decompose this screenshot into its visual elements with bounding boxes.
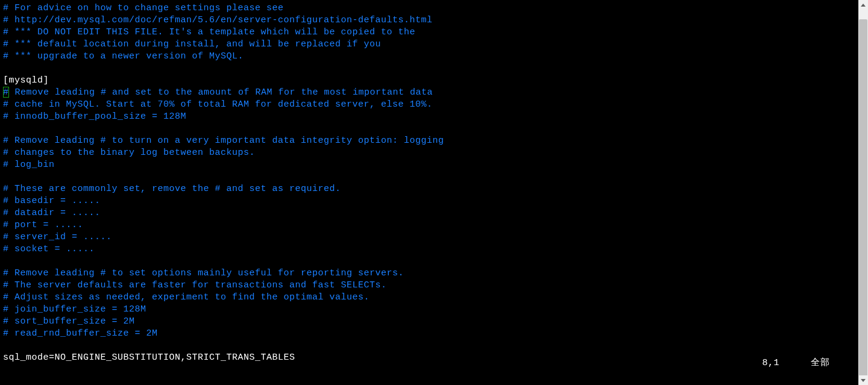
file-line (3, 171, 858, 183)
cursor-position: 8,1 (762, 357, 779, 369)
file-line: # *** DO NOT EDIT THIS FILE. It's a temp… (3, 27, 858, 39)
file-line: # port = ..... (3, 219, 858, 231)
status-bar: 8,1 全部 (0, 357, 849, 369)
editor-viewport[interactable]: # For advice on how to change settings p… (0, 0, 858, 385)
file-line: # For advice on how to change settings p… (3, 2, 858, 14)
file-line: # http://dev.mysql.com/doc/refman/5.6/en… (3, 14, 858, 27)
vertical-scrollbar[interactable] (858, 0, 868, 385)
file-line (3, 340, 858, 352)
view-extent-label: 全部 (811, 357, 829, 369)
file-line: # *** upgrade to a newer version of MySQ… (3, 51, 858, 63)
file-line (3, 63, 858, 75)
file-line: # Remove leading # and set to the amount… (3, 87, 858, 99)
file-line: # socket = ..... (3, 243, 858, 255)
file-line: # innodb_buffer_pool_size = 128M (3, 111, 858, 123)
file-line: # These are commonly set, remove the # a… (3, 183, 858, 195)
file-line: # basedir = ..... (3, 195, 858, 207)
file-line: # Remove leading # to set options mainly… (3, 268, 858, 280)
file-line: [mysqld] (3, 75, 858, 87)
file-line: # Remove leading # to turn on a very imp… (3, 135, 858, 147)
file-line: # cache in MySQL. Start at 70% of total … (3, 99, 858, 111)
arrow-up-icon (861, 4, 866, 7)
scroll-down-button[interactable] (858, 375, 868, 385)
file-line: # server_id = ..... (3, 231, 858, 243)
file-line (3, 123, 858, 135)
file-line: # sort_buffer_size = 2M (3, 316, 858, 328)
text-cursor: # (3, 87, 9, 98)
file-line: # read_rnd_buffer_size = 2M (3, 328, 858, 340)
arrow-down-icon (861, 379, 866, 382)
file-lines: # For advice on how to change settings p… (3, 2, 858, 364)
file-line: # Adjust sizes as needed, experiment to … (3, 292, 858, 304)
file-line (3, 255, 858, 268)
scroll-up-button[interactable] (858, 0, 868, 10)
file-line: # log_bin (3, 159, 858, 171)
file-line: # *** default location during install, a… (3, 39, 858, 51)
file-line: # datadir = ..... (3, 207, 858, 219)
scrollbar-thumb[interactable] (859, 19, 867, 378)
file-line: # The server defaults are faster for tra… (3, 280, 858, 292)
file-line: # join_buffer_size = 128M (3, 304, 858, 316)
scrollbar-track[interactable] (858, 10, 868, 375)
file-line: # changes to the binary log between back… (3, 147, 858, 159)
